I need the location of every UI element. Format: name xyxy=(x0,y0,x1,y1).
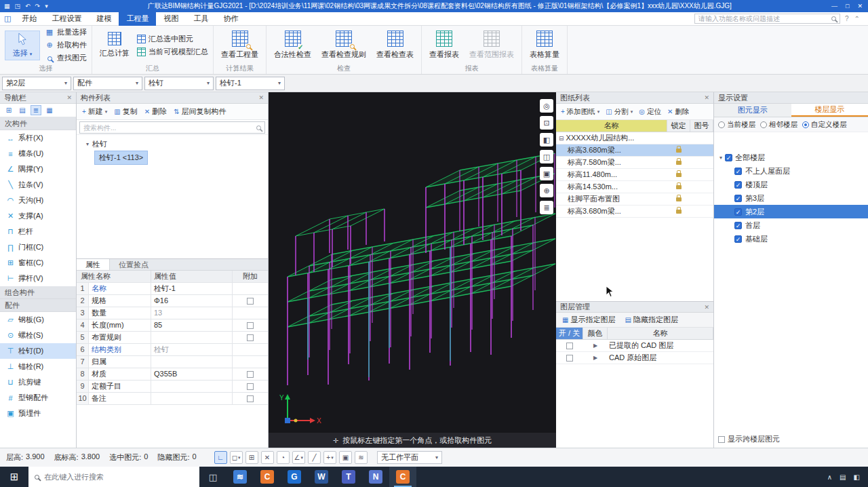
cross-floor-option[interactable]: 显示跨楼层图元 xyxy=(718,434,780,444)
taskbar-app-icon[interactable]: T xyxy=(335,467,362,487)
pick-component-button[interactable]: ⊕拾取构件 xyxy=(45,40,87,50)
menu-tab[interactable]: 工具 xyxy=(186,12,216,26)
property-value[interactable]: Φ16 xyxy=(151,295,233,307)
nav-mode-layout-icon[interactable]: ▤ xyxy=(17,105,28,115)
status-tool-icon[interactable]: ≋▾ xyxy=(355,451,368,464)
redo-icon[interactable]: ↷ xyxy=(35,3,41,9)
property-value[interactable] xyxy=(151,381,233,392)
sidebar-item[interactable]: ⊓ 栏杆 xyxy=(0,224,76,239)
component-search-input[interactable] xyxy=(83,124,254,132)
floor-checkbox[interactable] xyxy=(734,168,742,175)
status-tool-icon[interactable]: ◔▾ xyxy=(277,451,290,464)
viewport-tool-icon[interactable]: ≣ xyxy=(540,201,553,214)
batch-select-button[interactable]: ▦批量选择 xyxy=(45,27,87,37)
floor-selector[interactable]: 第2层▾ xyxy=(2,77,71,90)
summary-calc-button[interactable]: 汇总计算 xyxy=(97,31,132,59)
app-menu-icon[interactable]: ▦ xyxy=(4,3,10,9)
drawing-toolbar-button[interactable]: + 添加图纸 ▾ xyxy=(558,106,602,118)
component-toolbar-button[interactable]: ▥ 复制 ▾ xyxy=(111,105,140,118)
drawing-toolbar-button[interactable]: ◫ 分割 ▾ xyxy=(603,106,635,118)
lock-icon[interactable] xyxy=(676,197,682,201)
menu-tab[interactable]: 协作 xyxy=(216,12,245,26)
floor-row[interactable]: 第3层 xyxy=(714,191,868,205)
tray-display-icon[interactable]: ▤ xyxy=(840,473,846,481)
drawing-row[interactable]: ⊟柱脚平面布置图 xyxy=(556,193,713,206)
lock-icon[interactable] xyxy=(676,185,682,189)
view-quantity-button[interactable]: 查看工程量 xyxy=(218,30,261,60)
sidebar-item[interactable]: ∏ 门框(C) xyxy=(0,239,76,255)
floor-row[interactable]: 楼顶层 xyxy=(714,178,868,191)
sidebar-item[interactable]: ⊞ 窗框(C) xyxy=(0,255,76,271)
status-tool-icon[interactable]: ◻▾ xyxy=(230,451,243,464)
summary-visible-button[interactable]: 当前可视模型汇总 xyxy=(137,47,208,57)
view-report-button[interactable]: 查看报表 xyxy=(427,30,462,60)
property-attach-checkbox[interactable] xyxy=(247,383,254,390)
viewport-tool-icon[interactable]: ⊕ xyxy=(540,184,553,197)
nav-close-icon[interactable]: ✕ xyxy=(66,94,72,101)
property-value[interactable]: Q355B xyxy=(151,368,233,380)
component-selector[interactable]: 栓钉-1▾ xyxy=(216,77,285,90)
lock-icon[interactable] xyxy=(676,149,682,153)
tab-floor-display[interactable]: 楼层显示 xyxy=(791,104,868,117)
workplane-selector[interactable]: 无工作平面▾ xyxy=(377,451,442,464)
sidebar-item[interactable]: ⊢ 撑杆(V) xyxy=(0,271,76,286)
status-tool-icon[interactable]: ✕▾ xyxy=(261,451,274,464)
floor-checkbox[interactable] xyxy=(734,181,742,189)
component-group[interactable]: ▾栓钉 xyxy=(77,137,268,151)
nav-section-accessory[interactable]: 配件 xyxy=(0,299,76,312)
undo-icon[interactable]: ↶ xyxy=(25,3,31,9)
task-view-icon[interactable]: ◫ xyxy=(199,467,226,487)
component-item-selected[interactable]: 栓钉-1 <113> xyxy=(94,151,148,165)
layer-visibility-checkbox[interactable] xyxy=(566,355,573,362)
menu-tab[interactable]: 工程设置 xyxy=(44,12,89,26)
sidebar-item[interactable]: ◠ 天沟(H) xyxy=(0,193,76,208)
menu-tab[interactable]: 开始 xyxy=(14,12,44,26)
function-search-input[interactable] xyxy=(698,15,829,22)
property-attach-checkbox[interactable] xyxy=(247,371,254,378)
floor-row[interactable]: 不上人屋面层 xyxy=(714,164,868,178)
sidebar-item[interactable]: ∠ 隅撑(Y) xyxy=(0,161,76,177)
layer-expand-icon[interactable]: ▶ xyxy=(583,355,608,361)
property-value[interactable]: 栓钉 xyxy=(151,344,233,355)
status-tool-icon[interactable]: ▣▾ xyxy=(339,451,352,464)
taskbar-app-icon[interactable]: C xyxy=(389,467,416,487)
floor-mode-radio[interactable]: 当前楼层 xyxy=(718,120,755,130)
tab-element-display[interactable]: 图元显示 xyxy=(714,104,791,117)
status-tool-icon[interactable]: ╱▾ xyxy=(308,451,321,464)
drawing-toolbar-button[interactable]: ✕ 删除 ▾ xyxy=(665,106,692,118)
sidebar-item[interactable]: ⊤ 栓钉(D) xyxy=(0,343,76,359)
start-button[interactable]: ⊞ xyxy=(0,467,28,487)
view-check-rules-button[interactable]: 查看检查规则 xyxy=(319,30,369,60)
property-value[interactable] xyxy=(151,393,233,404)
sidebar-item[interactable]: ⊔ 抗剪键 xyxy=(0,374,76,390)
sidebar-item[interactable]: ≡ 檩条(U) xyxy=(0,146,76,161)
show-layers-button[interactable]: ▦显示指定图层 xyxy=(559,314,618,326)
property-attach-checkbox[interactable] xyxy=(247,298,254,305)
menu-tab[interactable]: 建模 xyxy=(89,12,119,26)
maximize-button[interactable]: □ xyxy=(846,3,849,9)
layer-row[interactable]: ▶ 已提取的 CAD 图层 xyxy=(556,340,713,352)
help-icon[interactable]: ? xyxy=(845,15,849,22)
drawing-row[interactable]: ⊟标高7.580m梁... xyxy=(556,157,713,169)
floor-mode-radio[interactable]: 自定义楼层 xyxy=(802,120,847,130)
property-attach-checkbox[interactable] xyxy=(247,395,254,402)
tray-volume-icon[interactable]: ◧ xyxy=(854,473,860,481)
floor-row[interactable]: 首层 xyxy=(714,218,868,232)
collapse-ribbon-icon[interactable]: ⌃ xyxy=(854,15,860,22)
sidebar-item[interactable]: ✕ 支撑(A) xyxy=(0,208,76,224)
lock-icon[interactable] xyxy=(676,210,682,214)
property-value[interactable] xyxy=(151,332,233,343)
taskbar-app-icon[interactable]: W xyxy=(308,467,335,487)
sidebar-item[interactable]: ▱ 钢板(G) xyxy=(0,312,76,328)
layer-manager-close-icon[interactable]: ✕ xyxy=(704,304,709,311)
layer-expand-icon[interactable]: ▶ xyxy=(583,343,608,349)
drawing-list-close-icon[interactable]: ✕ xyxy=(704,94,709,101)
tab-properties[interactable]: 属性 xyxy=(77,259,110,270)
drawing-toolbar-button[interactable]: ◎ 定位 ▾ xyxy=(636,106,664,118)
table-quantity-button[interactable]: 表格算量 xyxy=(527,30,562,60)
property-attach-checkbox[interactable] xyxy=(247,334,254,341)
tab-position-pick[interactable]: 位置捡点 xyxy=(110,259,157,270)
viewport-tool-icon[interactable]: ◧ xyxy=(540,133,553,147)
legality-check-button[interactable]: ✓ 合法性检查 xyxy=(271,30,314,60)
component-toolbar-button[interactable]: + 新建 ▾ xyxy=(79,105,110,118)
